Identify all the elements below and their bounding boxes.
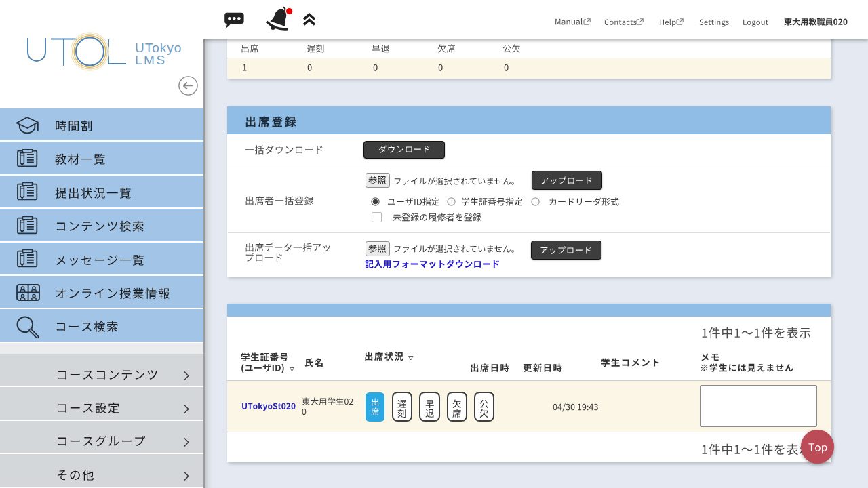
svg-text:LMS: LMS [135,53,167,67]
